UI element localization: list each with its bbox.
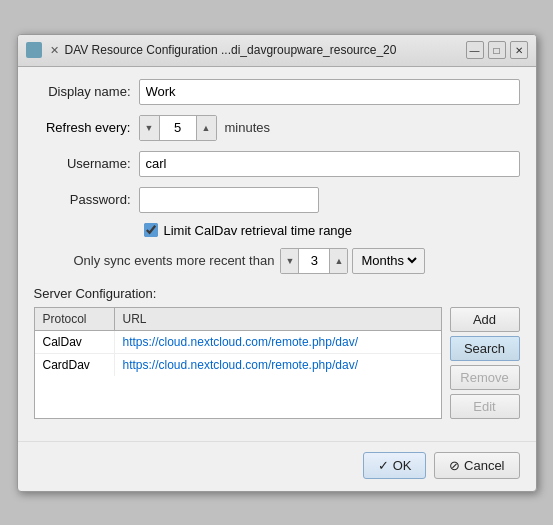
password-input[interactable]	[139, 187, 319, 213]
display-name-row: Display name:	[34, 79, 520, 105]
form-content: Display name: Refresh every: ▼ ▲ minutes…	[18, 67, 536, 431]
edit-button[interactable]: Edit	[450, 394, 520, 419]
server-table: Protocol URL CalDav https://cloud.nextcl…	[34, 307, 442, 419]
refresh-row: Refresh every: ▼ ▲ minutes	[34, 115, 520, 141]
ok-button[interactable]: ✓ OK	[363, 452, 426, 479]
sync-decrement-button[interactable]: ▼	[281, 249, 299, 273]
limit-caldav-row: Limit CalDav retrieval time range	[34, 223, 520, 238]
display-name-label: Display name:	[34, 84, 139, 99]
protocol-cell: CalDav	[35, 331, 115, 353]
sync-value-input[interactable]	[299, 249, 329, 273]
refresh-increment-button[interactable]: ▲	[196, 116, 216, 140]
refresh-decrement-button[interactable]: ▼	[140, 116, 160, 140]
table-row[interactable]: CalDav https://cloud.nextcloud.com/remot…	[35, 331, 441, 354]
minutes-label: minutes	[225, 120, 271, 135]
username-input[interactable]	[139, 151, 520, 177]
username-row: Username:	[34, 151, 520, 177]
remove-button[interactable]: Remove	[450, 365, 520, 390]
months-select-container[interactable]: Days Weeks Months Years	[352, 248, 425, 274]
username-label: Username:	[34, 156, 139, 171]
months-select[interactable]: Days Weeks Months Years	[357, 252, 420, 269]
minimize-button[interactable]: —	[466, 41, 484, 59]
table-header: Protocol URL	[35, 308, 441, 331]
search-button[interactable]: Search	[450, 336, 520, 361]
sync-spinner: ▼ ▲	[280, 248, 348, 274]
url-cell: https://cloud.nextcloud.com/remote.php/d…	[115, 331, 441, 353]
limit-caldav-checkbox[interactable]	[144, 223, 158, 237]
protocol-cell: CardDav	[35, 354, 115, 376]
main-window: ✕ DAV Resource Configuration ...di_davgr…	[17, 34, 537, 492]
limit-caldav-label: Limit CalDav retrieval time range	[164, 223, 353, 238]
close-button[interactable]: ✕	[510, 41, 528, 59]
cancel-button[interactable]: ⊘ Cancel	[434, 452, 519, 479]
refresh-value-input[interactable]	[160, 116, 196, 140]
server-config-label: Server Configuration:	[34, 286, 520, 301]
col-header-protocol: Protocol	[35, 308, 115, 330]
window-controls: — □ ✕	[466, 41, 528, 59]
url-cell: https://cloud.nextcloud.com/remote.php/d…	[115, 354, 441, 376]
add-button[interactable]: Add	[450, 307, 520, 332]
sync-label: Only sync events more recent than	[74, 253, 275, 268]
server-action-buttons: Add Search Remove Edit	[450, 307, 520, 419]
col-header-url: URL	[115, 308, 441, 330]
display-name-input[interactable]	[139, 79, 520, 105]
password-row: Password:	[34, 187, 520, 213]
server-layout: Protocol URL CalDav https://cloud.nextcl…	[34, 307, 520, 419]
refresh-label: Refresh every:	[34, 120, 139, 135]
window-icon	[26, 42, 42, 58]
window-title: DAV Resource Configuration ...di_davgrou…	[65, 43, 460, 57]
footer: ✓ OK ⊘ Cancel	[18, 441, 536, 491]
refresh-spinner: ▼ ▲	[139, 115, 217, 141]
maximize-button[interactable]: □	[488, 41, 506, 59]
pin-icon[interactable]: ✕	[50, 44, 59, 57]
sync-row: Only sync events more recent than ▼ ▲ Da…	[34, 248, 520, 274]
password-label: Password:	[34, 192, 139, 207]
table-row[interactable]: CardDav https://cloud.nextcloud.com/remo…	[35, 354, 441, 376]
titlebar: ✕ DAV Resource Configuration ...di_davgr…	[18, 35, 536, 67]
sync-increment-button[interactable]: ▲	[329, 249, 347, 273]
